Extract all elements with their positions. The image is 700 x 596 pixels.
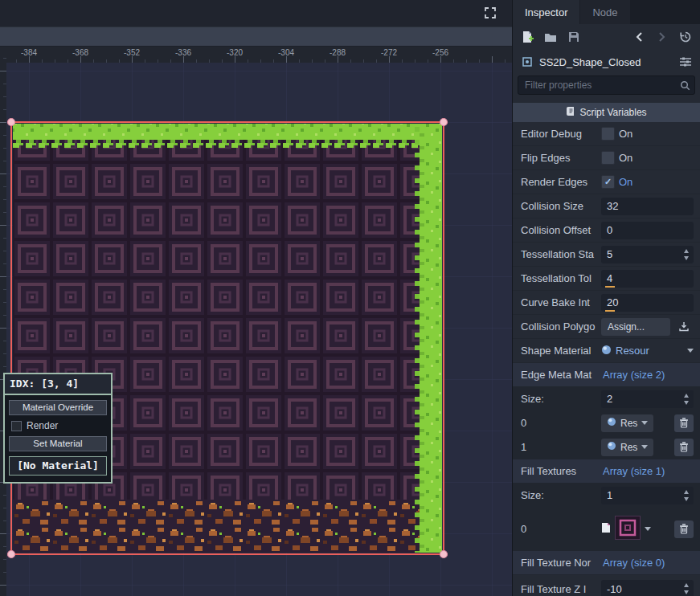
- render-edges-checkbox[interactable]: [601, 175, 615, 189]
- render-check-row[interactable]: Render: [9, 420, 107, 431]
- section-script-variables[interactable]: Script Variables: [513, 103, 700, 122]
- prop-label: 1: [521, 441, 601, 453]
- edge-meta-size-field[interactable]: 2: [601, 390, 694, 408]
- prop-label: Tessellation Sta: [521, 248, 601, 260]
- assign-node-icon[interactable]: [674, 318, 694, 336]
- delete-item-button[interactable]: [674, 520, 694, 538]
- resource-label: Res: [620, 442, 637, 453]
- horizontal-ruler: -384 -368 -352 -336 -320 -304 -288 -272 …: [6, 47, 512, 63]
- viewport-top-strip: [0, 0, 512, 27]
- prop-row-edge-meta-materials: Edge Meta Mat Array (size 2): [513, 363, 700, 387]
- tessellation-stages-field[interactable]: 5: [601, 246, 694, 263]
- delete-item-button[interactable]: [674, 439, 694, 456]
- prop-row-collision-size: Collision Size 32: [513, 194, 700, 218]
- material-override-popup: IDX: [3, 4] Material Override Render Set…: [3, 373, 113, 484]
- new-resource-icon[interactable]: [520, 30, 534, 44]
- no-material-label: [No Material]: [9, 456, 107, 476]
- viewport-toolbar: [0, 27, 512, 47]
- editor-debug-checkbox[interactable]: [601, 127, 615, 141]
- script-icon: [566, 106, 575, 119]
- dirt-fill: [13, 500, 442, 553]
- delete-item-button[interactable]: [674, 414, 694, 432]
- assign-label: Assign...: [608, 321, 645, 333]
- collision-offset-field[interactable]: 0: [601, 222, 694, 239]
- texture-preview-thumbnail[interactable]: [615, 516, 641, 543]
- prop-label: Render Edges: [521, 176, 601, 188]
- grass-right-jagged: [415, 124, 424, 553]
- popup-idx-title: IDX: [3, 4]: [5, 374, 111, 395]
- fill-texture-normals-array-link[interactable]: Array (size 0): [601, 557, 665, 569]
- collision-size-field[interactable]: 32: [601, 198, 694, 215]
- section-title: Script Variables: [579, 107, 646, 118]
- edge-meta-item-0-resource[interactable]: Res: [601, 414, 653, 432]
- prop-label: Fill Texture Z I: [521, 583, 601, 595]
- filter-bar: [513, 74, 700, 98]
- field-value: 32: [607, 200, 618, 212]
- fill-texture-z-field[interactable]: -10: [601, 580, 694, 596]
- prop-row-edge-meta-size: Size: 2: [513, 387, 700, 411]
- tab-inspector[interactable]: Inspector: [513, 0, 579, 24]
- ruler-label: -336: [175, 48, 191, 57]
- field-value: -10: [607, 583, 622, 595]
- corner-handle[interactable]: [440, 551, 448, 558]
- brick-fill: [13, 124, 442, 553]
- assign-button[interactable]: Assign...: [601, 318, 670, 336]
- curve-bake-interval-field[interactable]: 20: [601, 294, 694, 312]
- material-override-header[interactable]: Material Override: [9, 400, 107, 415]
- field-value: 20: [607, 296, 618, 308]
- spinner-icon[interactable]: [682, 248, 691, 261]
- chevron-down-icon[interactable]: [645, 527, 651, 531]
- chevron-down-icon[interactable]: [687, 349, 694, 353]
- prop-row-fill-textures: Fill Textures Array (size 1): [513, 459, 700, 484]
- prop-row-curve-bake-interval: Curve Bake Int 20: [513, 291, 700, 315]
- prop-label: Curve Bake Int: [521, 296, 601, 308]
- extra-tools-icon[interactable]: [678, 55, 693, 69]
- prop-label: 0: [521, 417, 601, 429]
- prop-row-fill-texture-item-0: 0: [513, 508, 700, 551]
- shape-material-value[interactable]: Resour: [616, 345, 649, 357]
- prop-row-render-edges: Render Edges On: [513, 170, 700, 194]
- load-resource-folder-icon[interactable]: [543, 30, 558, 44]
- save-resource-icon[interactable]: [567, 30, 581, 44]
- prop-label: Shape Material: [521, 345, 591, 357]
- vertical-ruler: [0, 47, 6, 596]
- spinner-icon[interactable]: [682, 393, 691, 406]
- prop-label: Edge Meta Mat: [521, 369, 601, 381]
- ruler-label: -288: [330, 48, 346, 57]
- render-label: Render: [27, 420, 58, 431]
- set-material-button[interactable]: Set Material: [9, 436, 107, 451]
- render-checkbox[interactable]: [11, 421, 22, 431]
- bool-value: On: [619, 176, 632, 188]
- edited-resource-row[interactable]: SS2D_Shape_Closed: [513, 50, 700, 74]
- prop-row-edge-meta-item-0: 0 Res: [513, 411, 700, 435]
- filter-properties-input[interactable]: [518, 76, 695, 95]
- ruler-label: -256: [432, 48, 448, 57]
- history-forward-icon[interactable]: [655, 30, 669, 44]
- field-value: 0: [607, 224, 612, 236]
- canvas-2d[interactable]: [0, 63, 512, 596]
- fill-textures-array-link[interactable]: Array (size 1): [601, 465, 665, 477]
- edge-meta-array-link[interactable]: Array (size 2): [601, 369, 665, 381]
- resource-sphere-icon: [601, 344, 612, 358]
- tessellation-tolerance-field[interactable]: 4: [601, 270, 694, 288]
- corner-handle[interactable]: [8, 551, 15, 558]
- field-value: 4: [607, 272, 612, 284]
- prop-row-fill-textures-size: Size: 1: [513, 484, 700, 508]
- prop-row-editor-debug: Editor Debug On: [513, 122, 700, 146]
- tab-node[interactable]: Node: [580, 0, 629, 24]
- corner-handle[interactable]: [8, 119, 15, 126]
- prop-label: 0: [521, 523, 601, 535]
- spinner-icon[interactable]: [682, 582, 691, 595]
- spinner-icon[interactable]: [682, 489, 691, 502]
- fullscreen-icon[interactable]: [483, 6, 497, 20]
- resource-history-icon[interactable]: [678, 30, 693, 44]
- history-back-icon[interactable]: [632, 30, 646, 44]
- prop-row-flip-edges: Flip Edges On: [513, 146, 700, 170]
- godot-editor: -384 -368 -352 -336 -320 -304 -288 -272 …: [0, 0, 700, 596]
- corner-handle[interactable]: [440, 119, 448, 126]
- fill-textures-size-field[interactable]: 1: [601, 487, 694, 504]
- prop-row-tessellation-tolerance: Tessellation Tol 4: [513, 267, 700, 291]
- edge-meta-item-1-resource[interactable]: Res: [601, 439, 653, 456]
- flip-edges-checkbox[interactable]: [601, 151, 615, 165]
- tilemap-shape[interactable]: [13, 124, 442, 553]
